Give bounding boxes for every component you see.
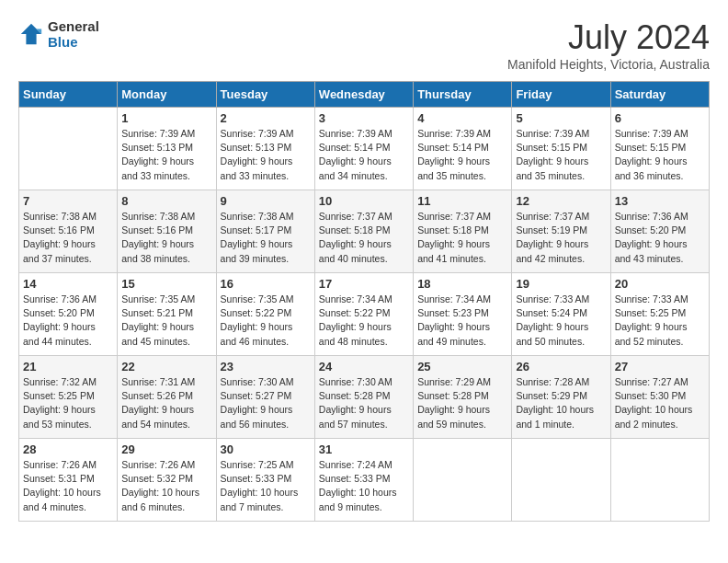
day-number: 26: [516, 360, 606, 373]
calendar-week-row: 28Sunrise: 7:26 AMSunset: 5:31 PMDayligh…: [19, 439, 710, 522]
day-info: Sunrise: 7:38 AMSunset: 5:16 PMDaylight:…: [23, 210, 113, 266]
header-saturday: Saturday: [610, 82, 709, 108]
location-subtitle: Manifold Heights, Victoria, Australia: [507, 57, 710, 72]
header-wednesday: Wednesday: [314, 82, 413, 108]
calendar-table: SundayMondayTuesdayWednesdayThursdayFrid…: [18, 81, 710, 522]
day-number: 14: [23, 277, 113, 291]
calendar-cell: 25Sunrise: 7:29 AMSunset: 5:28 PMDayligh…: [414, 356, 512, 439]
day-info: Sunrise: 7:39 AMSunset: 5:15 PMDaylight:…: [516, 127, 606, 183]
calendar-cell: 29Sunrise: 7:26 AMSunset: 5:32 PMDayligh…: [118, 439, 216, 522]
day-info: Sunrise: 7:37 AMSunset: 5:19 PMDaylight:…: [516, 210, 606, 266]
calendar-cell: 7Sunrise: 7:38 AMSunset: 5:16 PMDaylight…: [19, 190, 118, 273]
day-number: 5: [516, 111, 606, 125]
day-info: Sunrise: 7:39 AMSunset: 5:15 PMDaylight:…: [615, 127, 705, 183]
day-info: Sunrise: 7:36 AMSunset: 5:20 PMDaylight:…: [23, 293, 113, 349]
day-info: Sunrise: 7:34 AMSunset: 5:22 PMDaylight:…: [319, 293, 409, 349]
calendar-cell: 26Sunrise: 7:28 AMSunset: 5:29 PMDayligh…: [512, 356, 610, 439]
day-info: Sunrise: 7:26 AMSunset: 5:32 PMDaylight:…: [121, 458, 211, 514]
day-info: Sunrise: 7:39 AMSunset: 5:13 PMDaylight:…: [121, 127, 211, 183]
day-info: Sunrise: 7:33 AMSunset: 5:25 PMDaylight:…: [615, 293, 705, 349]
day-number: 6: [615, 111, 705, 125]
day-number: 15: [121, 277, 211, 291]
day-number: 9: [221, 194, 311, 208]
day-info: Sunrise: 7:32 AMSunset: 5:25 PMDaylight:…: [23, 375, 113, 431]
day-info: Sunrise: 7:38 AMSunset: 5:16 PMDaylight:…: [121, 210, 211, 266]
header-sunday: Sunday: [19, 82, 118, 108]
calendar-week-row: 1Sunrise: 7:39 AMSunset: 5:13 PMDaylight…: [19, 108, 710, 190]
calendar-cell: 18Sunrise: 7:34 AMSunset: 5:23 PMDayligh…: [414, 273, 512, 356]
calendar-cell: 10Sunrise: 7:37 AMSunset: 5:18 PMDayligh…: [314, 190, 413, 273]
day-info: Sunrise: 7:37 AMSunset: 5:18 PMDaylight:…: [319, 210, 409, 266]
day-info: Sunrise: 7:37 AMSunset: 5:18 PMDaylight:…: [417, 210, 507, 266]
day-number: 4: [417, 111, 507, 125]
day-info: Sunrise: 7:30 AMSunset: 5:27 PMDaylight:…: [221, 375, 311, 431]
calendar-week-row: 14Sunrise: 7:36 AMSunset: 5:20 PMDayligh…: [19, 273, 710, 356]
calendar-cell: [414, 439, 512, 522]
calendar-header-row: SundayMondayTuesdayWednesdayThursdayFrid…: [19, 82, 710, 108]
calendar-cell: 14Sunrise: 7:36 AMSunset: 5:20 PMDayligh…: [19, 273, 118, 356]
day-info: Sunrise: 7:29 AMSunset: 5:28 PMDaylight:…: [417, 375, 507, 431]
day-number: 20: [615, 277, 705, 291]
day-info: Sunrise: 7:30 AMSunset: 5:28 PMDaylight:…: [319, 375, 409, 431]
day-info: Sunrise: 7:35 AMSunset: 5:22 PMDaylight:…: [221, 293, 311, 349]
day-number: 25: [417, 360, 507, 373]
calendar-cell: 5Sunrise: 7:39 AMSunset: 5:15 PMDaylight…: [512, 108, 610, 190]
day-number: 21: [23, 360, 113, 373]
day-info: Sunrise: 7:26 AMSunset: 5:31 PMDaylight:…: [23, 458, 113, 514]
day-number: 23: [221, 360, 311, 373]
calendar-cell: 3Sunrise: 7:39 AMSunset: 5:14 PMDaylight…: [314, 108, 413, 190]
svg-marker-0: [21, 24, 41, 44]
calendar-cell: 11Sunrise: 7:37 AMSunset: 5:18 PMDayligh…: [414, 190, 512, 273]
month-year-title: July 2024: [507, 18, 710, 57]
calendar-week-row: 7Sunrise: 7:38 AMSunset: 5:16 PMDaylight…: [19, 190, 710, 273]
calendar-cell: 1Sunrise: 7:39 AMSunset: 5:13 PMDaylight…: [118, 108, 216, 190]
calendar-cell: 4Sunrise: 7:39 AMSunset: 5:14 PMDaylight…: [414, 108, 512, 190]
calendar-cell: 21Sunrise: 7:32 AMSunset: 5:25 PMDayligh…: [19, 356, 118, 439]
calendar-cell: [19, 108, 118, 190]
calendar-week-row: 21Sunrise: 7:32 AMSunset: 5:25 PMDayligh…: [19, 356, 710, 439]
day-number: 2: [221, 111, 311, 125]
calendar-cell: 16Sunrise: 7:35 AMSunset: 5:22 PMDayligh…: [216, 273, 314, 356]
calendar-cell: 20Sunrise: 7:33 AMSunset: 5:25 PMDayligh…: [610, 273, 709, 356]
header-friday: Friday: [512, 82, 610, 108]
calendar-cell: 12Sunrise: 7:37 AMSunset: 5:19 PMDayligh…: [512, 190, 610, 273]
day-info: Sunrise: 7:39 AMSunset: 5:14 PMDaylight:…: [319, 127, 409, 183]
calendar-cell: [610, 439, 709, 522]
calendar-cell: 9Sunrise: 7:38 AMSunset: 5:17 PMDaylight…: [216, 190, 314, 273]
day-info: Sunrise: 7:35 AMSunset: 5:21 PMDaylight:…: [121, 293, 211, 349]
day-number: 10: [319, 194, 409, 208]
day-info: Sunrise: 7:34 AMSunset: 5:23 PMDaylight:…: [417, 293, 507, 349]
day-number: 22: [121, 360, 211, 373]
day-info: Sunrise: 7:33 AMSunset: 5:24 PMDaylight:…: [516, 293, 606, 349]
day-info: Sunrise: 7:38 AMSunset: 5:17 PMDaylight:…: [221, 210, 311, 266]
day-number: 3: [319, 111, 409, 125]
calendar-cell: 31Sunrise: 7:24 AMSunset: 5:33 PMDayligh…: [314, 439, 413, 522]
day-number: 12: [516, 194, 606, 208]
calendar-cell: 13Sunrise: 7:36 AMSunset: 5:20 PMDayligh…: [610, 190, 709, 273]
calendar-cell: 2Sunrise: 7:39 AMSunset: 5:13 PMDaylight…: [216, 108, 314, 190]
day-number: 27: [615, 360, 705, 373]
calendar-cell: 23Sunrise: 7:30 AMSunset: 5:27 PMDayligh…: [216, 356, 314, 439]
logo: General Blue: [18, 18, 99, 50]
calendar-cell: 17Sunrise: 7:34 AMSunset: 5:22 PMDayligh…: [314, 273, 413, 356]
day-info: Sunrise: 7:31 AMSunset: 5:26 PMDaylight:…: [121, 375, 211, 431]
day-number: 29: [121, 442, 211, 456]
day-number: 30: [221, 442, 311, 456]
logo-text: General Blue: [48, 18, 99, 50]
header-thursday: Thursday: [414, 82, 512, 108]
day-info: Sunrise: 7:25 AMSunset: 5:33 PMDaylight:…: [221, 458, 311, 514]
day-number: 16: [221, 277, 311, 291]
calendar-cell: 8Sunrise: 7:38 AMSunset: 5:16 PMDaylight…: [118, 190, 216, 273]
page-header: General Blue July 2024 Manifold Heights,…: [18, 18, 710, 72]
day-number: 18: [417, 277, 507, 291]
day-info: Sunrise: 7:24 AMSunset: 5:33 PMDaylight:…: [319, 458, 409, 514]
day-number: 13: [615, 194, 705, 208]
day-info: Sunrise: 7:28 AMSunset: 5:29 PMDaylight:…: [516, 375, 606, 431]
calendar-cell: 15Sunrise: 7:35 AMSunset: 5:21 PMDayligh…: [118, 273, 216, 356]
day-info: Sunrise: 7:39 AMSunset: 5:14 PMDaylight:…: [417, 127, 507, 183]
logo-icon: [18, 21, 44, 47]
day-number: 31: [319, 442, 409, 456]
day-number: 1: [121, 111, 211, 125]
day-number: 19: [516, 277, 606, 291]
header-tuesday: Tuesday: [216, 82, 314, 108]
